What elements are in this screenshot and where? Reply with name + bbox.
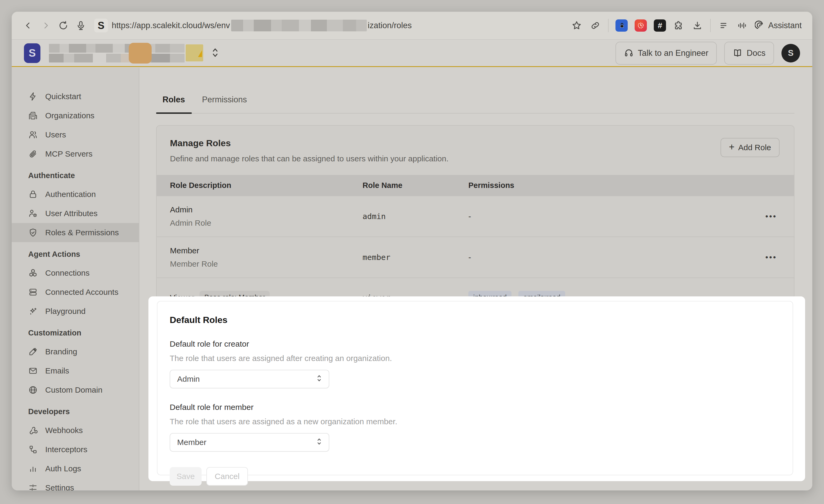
sidebar-item-emails[interactable]: Emails: [12, 361, 139, 380]
plus-icon: +: [729, 141, 735, 153]
sidebar-item-roles-permissions[interactable]: Roles & Permissions: [12, 223, 139, 242]
sidebar-item-users[interactable]: Users: [12, 125, 139, 144]
roles-table: Role Description Role Name Permissions A…: [157, 175, 794, 317]
member-role-value: Member: [177, 438, 206, 447]
member-role-description: The role that users are assigned as a ne…: [170, 417, 781, 426]
users-icon: [28, 130, 38, 140]
creator-role-value: Admin: [177, 375, 200, 384]
lightning-icon: [28, 92, 38, 101]
sidebar-item-connected-accounts[interactable]: Connected Accounts: [12, 282, 139, 302]
bookmark-star-icon[interactable]: [571, 20, 583, 31]
book-icon: [733, 48, 742, 58]
manage-roles-title: Manage Roles: [170, 138, 781, 148]
warning-triangle-icon: [196, 49, 207, 58]
sparkle-icon: [28, 306, 38, 316]
manage-roles-description: Define and manage roles that can be assi…: [170, 154, 781, 163]
extensions-puzzle-icon[interactable]: [673, 20, 685, 31]
assistant-button[interactable]: Assistant: [755, 20, 802, 30]
manage-roles-card: Manage Roles Define and manage roles tha…: [156, 125, 795, 318]
sidebar-item-branding[interactable]: Branding: [12, 342, 139, 361]
cubes-icon: [28, 268, 38, 278]
user-avatar[interactable]: S: [782, 44, 800, 62]
tab-roles[interactable]: Roles: [163, 91, 185, 113]
toolbar-separator: [608, 19, 609, 32]
sidebar-section-customization: Customization: [12, 324, 139, 342]
spotlight-panel: Default Roles Default role for creator T…: [148, 296, 805, 481]
member-role-select[interactable]: Member: [170, 433, 329, 452]
column-permissions: Permissions: [469, 175, 746, 196]
hash-extension-icon[interactable]: #: [654, 19, 666, 32]
tab-permissions[interactable]: Permissions: [202, 91, 247, 113]
default-roles-title: Default Roles: [170, 315, 781, 325]
column-role-name: Role Name: [363, 175, 469, 196]
workspace-switcher-chevrons[interactable]: [211, 47, 220, 59]
headset-icon: [624, 48, 634, 58]
sidebar-item-quickstart[interactable]: Quickstart: [12, 87, 139, 106]
row-menu-icon[interactable]: •••: [765, 253, 777, 261]
tab-bar: Roles Permissions: [156, 91, 795, 114]
sidebar-item-connections[interactable]: Connections: [12, 263, 139, 282]
browser-window: S https://app.scalekit.cloud/ws/env izat…: [12, 12, 812, 490]
sidebar-item-settings[interactable]: Settings: [12, 478, 139, 490]
url-prefix: https://app.scalekit.cloud/ws/env: [112, 21, 230, 30]
webhook-icon: [28, 425, 38, 435]
table-row-admin: Admin Admin Role admin - •••: [157, 196, 794, 237]
scalekit-logo: S: [24, 43, 40, 63]
url-suffix: ization/roles: [368, 21, 412, 30]
microphone-icon[interactable]: [75, 20, 87, 31]
shield-check-icon: [28, 228, 38, 237]
creator-role-label: Default role for creator: [170, 340, 781, 349]
sidebar-item-webhooks[interactable]: Webhooks: [12, 421, 139, 440]
cancel-button[interactable]: Cancel: [206, 467, 248, 486]
sidebar-item-authentication[interactable]: Authentication: [12, 185, 139, 204]
bar-chart-icon: [28, 464, 38, 474]
creator-role-description: The role that users are assigned after c…: [170, 354, 781, 363]
downloads-icon[interactable]: [692, 20, 703, 31]
row-menu-icon[interactable]: •••: [765, 212, 777, 220]
assistant-label: Assistant: [768, 21, 802, 30]
role-name-code: member: [363, 253, 391, 262]
header-actions: Talk to an Engineer Docs S: [615, 42, 800, 65]
docs-button[interactable]: Docs: [724, 42, 774, 65]
screen: { "browser": { "url_prefix": "https://ap…: [0, 0, 824, 504]
talk-to-engineer-button[interactable]: Talk to an Engineer: [615, 42, 717, 65]
address-bar[interactable]: https://app.scalekit.cloud/ws/env izatio…: [112, 20, 412, 31]
sidebar-nav: Quickstart Organizations Users MCP Serve…: [12, 68, 139, 490]
reading-list-icon[interactable]: [718, 20, 729, 31]
creator-role-select[interactable]: Admin: [170, 370, 329, 388]
forward-icon[interactable]: [40, 20, 51, 31]
audio-waveform-icon[interactable]: [736, 20, 748, 31]
sidebar-item-auth-logs[interactable]: Auth Logs: [12, 459, 139, 478]
add-role-button[interactable]: + Add Role: [721, 138, 780, 157]
reload-icon[interactable]: [58, 20, 69, 31]
password-manager-extension-icon[interactable]: [615, 19, 628, 32]
back-icon[interactable]: [22, 20, 34, 31]
sidebar-item-custom-domain[interactable]: Custom Domain: [12, 380, 139, 399]
redacted-workspace-name[interactable]: [49, 44, 203, 62]
role-title: Member: [170, 246, 363, 255]
browser-toolbar: S https://app.scalekit.cloud/ws/env izat…: [12, 12, 812, 40]
interceptor-icon: [28, 445, 38, 454]
sidebar-item-mcp-servers[interactable]: MCP Servers: [12, 144, 139, 163]
role-subtitle: Admin Role: [170, 219, 363, 228]
manage-roles-header: Manage Roles Define and manage roles tha…: [157, 126, 794, 175]
save-button[interactable]: Save: [170, 467, 202, 486]
envelope-icon: [28, 366, 38, 376]
sidebar-section-developers: Developers: [12, 402, 139, 421]
organization-icon: [28, 111, 38, 120]
roles-table-header-row: Role Description Role Name Permissions: [157, 175, 794, 196]
sidebar-item-user-attributes[interactable]: User Attributes: [12, 204, 139, 223]
table-row-member: Member Member Role member - •••: [157, 237, 794, 278]
sidebar-item-interceptors[interactable]: Interceptors: [12, 440, 139, 459]
app-header: S Talk to an Engineer Docs S: [12, 40, 812, 67]
sidebar-item-organizations[interactable]: Organizations: [12, 106, 139, 125]
toolbar-separator: [710, 19, 711, 32]
redacted-url-segment: [231, 20, 367, 31]
role-name-code: admin: [363, 212, 386, 221]
column-role-description: Role Description: [157, 175, 363, 196]
copy-link-icon[interactable]: [589, 20, 601, 31]
sidebar-item-playground[interactable]: Playground: [12, 302, 139, 321]
select-chevrons-icon: [315, 436, 323, 449]
member-role-label: Default role for member: [170, 403, 781, 412]
clock-extension-icon[interactable]: [635, 19, 647, 32]
